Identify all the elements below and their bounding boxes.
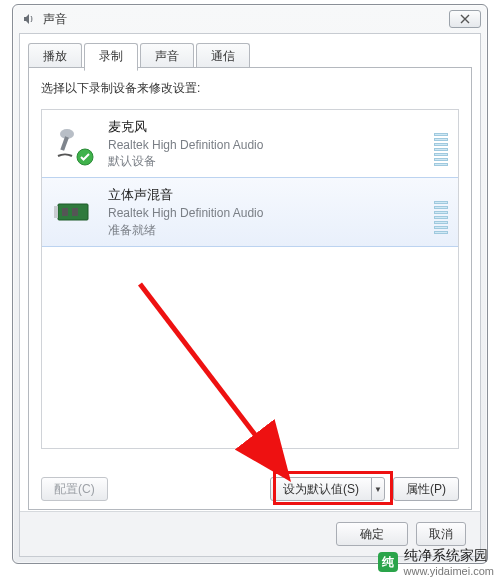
client-area: 播放 录制 声音 通信 选择以下录制设备来修改设置: [19, 33, 481, 557]
device-name: 立体声混音 [108, 186, 422, 204]
instruction-text: 选择以下录制设备来修改设置: [41, 80, 459, 97]
configure-button[interactable]: 配置(C) [41, 477, 108, 501]
device-status: 默认设备 [108, 153, 422, 169]
device-name: 麦克风 [108, 118, 422, 136]
cancel-button[interactable]: 取消 [416, 522, 466, 546]
device-item-stereo-mix[interactable]: 立体声混音 Realtek High Definition Audio 准备就绪 [41, 177, 459, 246]
watermark-brand: 纯净系统家园 [404, 547, 494, 565]
device-list[interactable]: 麦克风 Realtek High Definition Audio 默认设备 [41, 109, 459, 449]
tabpage-button-row: 配置(C) 设为默认值(S) 属性(P) [41, 477, 459, 501]
properties-button[interactable]: 属性(P) [393, 477, 459, 501]
svg-rect-6 [72, 208, 78, 216]
microphone-icon [52, 122, 96, 166]
close-button[interactable] [449, 10, 481, 28]
svg-rect-5 [62, 208, 68, 216]
soundcard-icon [52, 190, 96, 234]
tab-recording[interactable]: 录制 [84, 43, 138, 71]
ok-button[interactable]: 确定 [336, 522, 408, 546]
titlebar[interactable]: 声音 [13, 5, 487, 33]
device-status: 准备就绪 [108, 222, 422, 238]
window-title: 声音 [43, 11, 67, 28]
check-badge-icon [76, 148, 94, 166]
watermark-logo-icon: 纯 [378, 552, 398, 572]
watermark: 纯 纯净系统家园 www.yidaimei.com [378, 547, 494, 577]
set-default-button[interactable]: 设为默认值(S) [270, 477, 372, 501]
level-meter [434, 190, 448, 234]
watermark-url: www.yidaimei.com [404, 565, 494, 577]
level-meter [434, 122, 448, 166]
device-text: 麦克风 Realtek High Definition Audio 默认设备 [108, 118, 422, 169]
device-item-microphone[interactable]: 麦克风 Realtek High Definition Audio 默认设备 [42, 110, 458, 178]
svg-rect-7 [54, 206, 58, 218]
close-icon [460, 14, 470, 24]
device-driver: Realtek High Definition Audio [108, 205, 422, 221]
svg-rect-1 [60, 136, 69, 151]
tab-strip: 播放 录制 声音 通信 [20, 34, 480, 70]
speaker-icon [21, 11, 37, 27]
set-default-dropdown[interactable] [371, 477, 385, 501]
device-text: 立体声混音 Realtek High Definition Audio 准备就绪 [108, 186, 422, 237]
sound-dialog: 声音 播放 录制 声音 通信 选择以下录制设备来修改设置: [12, 4, 488, 564]
recording-tabpage: 选择以下录制设备来修改设置: [28, 67, 472, 510]
device-driver: Realtek High Definition Audio [108, 137, 422, 153]
